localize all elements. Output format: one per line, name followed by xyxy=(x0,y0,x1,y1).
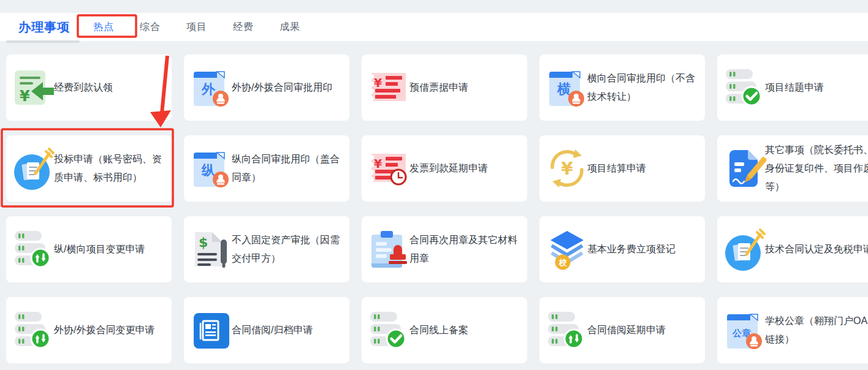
tabs: 热点综合项目经费成果 xyxy=(93,13,300,41)
service-card-label: 学校公章（翱翔门户OA链接） xyxy=(765,312,868,349)
service-card-label: 经费到款认领 xyxy=(54,78,163,97)
service-card[interactable]: 其它事项（院长委托书、身份证复印件、项目作废等） xyxy=(717,135,868,202)
service-card[interactable]: 纵/横向项目变更申请 xyxy=(6,216,172,282)
archive-book-icon xyxy=(191,308,232,352)
svg-text:$: $ xyxy=(199,235,208,250)
service-card-label: 合同线上备案 xyxy=(409,321,519,339)
service-card[interactable]: 项目结题申请 xyxy=(717,55,868,121)
service-card[interactable]: 外外协/外拨合同审批用印 xyxy=(184,55,349,121)
contract-doc-badge-icon: 纵 xyxy=(191,146,232,191)
service-card-label: 其它事项（院长委托书、身份证复印件、项目作废等） xyxy=(765,141,868,196)
svg-text:¥: ¥ xyxy=(374,157,382,170)
tabbar-scroll-thumb[interactable] xyxy=(6,40,80,43)
service-card-label: 技术合同认定及免税申请 xyxy=(765,240,868,259)
service-card-label: 项目结算申请 xyxy=(587,159,696,178)
bid-docs-circle-icon xyxy=(13,146,54,191)
service-card[interactable]: $不入固定资产审批（因需交付甲方） xyxy=(184,216,349,282)
tab-热点[interactable]: 热点 xyxy=(93,21,114,34)
tab-经费[interactable]: 经费 xyxy=(233,21,254,34)
money-arrow-doc-icon: ¥ xyxy=(13,66,54,110)
svg-text:纵: 纵 xyxy=(201,162,216,178)
service-card-label: 不入固定资产审批（因需交付甲方） xyxy=(232,231,341,268)
service-card[interactable]: 合同借阅延期申请 xyxy=(539,297,705,363)
service-card[interactable]: 外协/外拨合同变更申请 xyxy=(6,297,172,363)
service-card-label: 项目结题申请 xyxy=(765,78,868,97)
service-card[interactable]: ¥发票到款延期申请 xyxy=(362,135,527,202)
service-card[interactable]: ¥经费到款认领 xyxy=(6,55,172,121)
service-card[interactable]: ¥预借票据申请 xyxy=(362,55,527,121)
service-card-label: 纵/横向项目变更申请 xyxy=(54,240,163,259)
service-grid: ¥经费到款认领外外协/外拨合同审批用印¥预借票据申请横横向合同审批用印（不含技术… xyxy=(6,55,859,363)
service-card[interactable]: ¥项目结算申请 xyxy=(539,135,705,202)
service-card[interactable]: 横横向合同审批用印（不含技术转让） xyxy=(539,55,705,121)
project-list-sync-icon xyxy=(13,308,54,352)
service-card-label: 纵向合同审批用印（盖合同章） xyxy=(232,150,341,187)
project-list-sync-icon xyxy=(13,227,54,271)
contract-doc-badge-icon: 外 xyxy=(191,66,232,110)
service-card-label: 预借票据申请 xyxy=(409,78,519,97)
service-card-label: 合同再次用章及其它材料用章 xyxy=(409,231,519,268)
project-list-sync-icon xyxy=(547,308,587,352)
service-card[interactable]: 纵纵向合同审批用印（盖合同章） xyxy=(184,135,349,202)
asset-doc-pen-icon: $ xyxy=(191,227,232,271)
bid-docs-circle-icon xyxy=(725,227,765,271)
service-card-label: 外协/外拨合同审批用印 xyxy=(232,78,341,97)
service-card[interactable]: 校基本业务费立项登记 xyxy=(539,216,705,282)
clipboard-stamp-icon xyxy=(369,227,409,271)
service-card-label: 发票到款延期申请 xyxy=(409,159,519,178)
svg-text:¥: ¥ xyxy=(20,88,30,105)
svg-text:¥: ¥ xyxy=(561,159,573,179)
svg-text:¥: ¥ xyxy=(374,76,382,89)
svg-text:横: 横 xyxy=(557,81,571,97)
svg-text:外: 外 xyxy=(201,81,216,97)
page-title: 办理事项 xyxy=(18,19,70,36)
service-card[interactable]: 技术合同认定及免税申请 xyxy=(717,216,868,282)
service-card-label: 投标申请（账号密码、资质申请、标书用印） xyxy=(54,150,163,187)
service-card-label: 合同借阅延期申请 xyxy=(587,321,696,339)
layers-school-icon: 校 xyxy=(547,227,587,271)
service-card[interactable]: 合同线上备案 xyxy=(362,297,527,363)
service-card[interactable]: 合同再次用章及其它材料用章 xyxy=(362,216,527,282)
tab-项目[interactable]: 项目 xyxy=(186,21,207,34)
contract-doc-badge-icon: 横 xyxy=(547,66,587,110)
svg-text:校: 校 xyxy=(558,258,568,267)
project-list-check-icon xyxy=(725,66,765,110)
tab-综合[interactable]: 综合 xyxy=(140,21,161,34)
tab-成果[interactable]: 成果 xyxy=(280,21,300,34)
service-card-label: 外协/外拨合同变更申请 xyxy=(54,321,163,339)
project-list-check-icon xyxy=(369,308,409,352)
invoice-ticket-icon: ¥ xyxy=(369,66,409,110)
invoice-ticket-clock-icon: ¥ xyxy=(369,146,409,191)
tab-bar: 办理事项 热点综合项目经费成果 xyxy=(0,13,868,41)
service-card[interactable]: 合同借阅/归档申请 xyxy=(184,297,349,363)
service-card-label: 基本业务费立项登记 xyxy=(587,240,696,259)
settle-sync-yen-icon: ¥ xyxy=(547,146,587,191)
service-card-label: 合同借阅/归档申请 xyxy=(232,321,341,339)
contract-doc-badge-icon: 公章 xyxy=(725,308,765,352)
service-card-label: 横向合同审批用印（不含技术转让） xyxy=(587,69,696,106)
service-card-highlighted[interactable]: 投标申请（账号密码、资质申请、标书用印） xyxy=(6,135,172,202)
doc-pencil-icon xyxy=(725,146,765,191)
service-card[interactable]: 公章学校公章（翱翔门户OA链接） xyxy=(717,297,868,363)
